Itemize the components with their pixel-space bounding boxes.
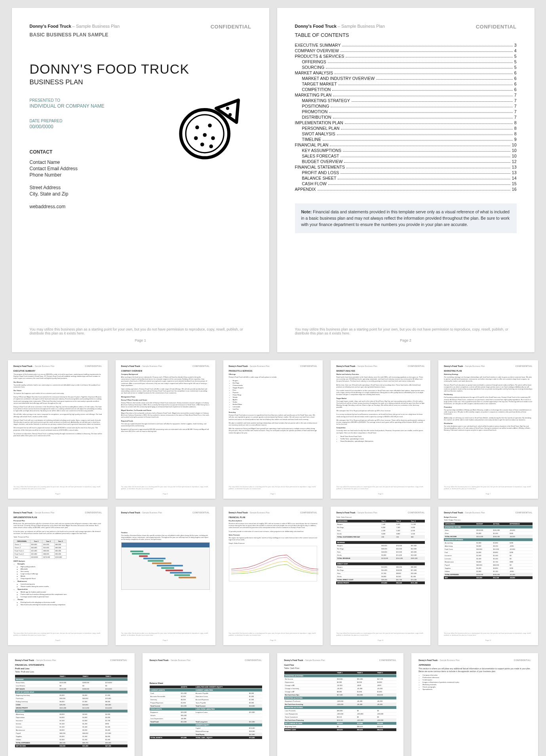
sales-forecast-table: CATEGORIESYear 1Year 2Year 3 Burgers7,50…	[336, 520, 425, 585]
toc-entry: TIMELINE9	[295, 137, 517, 142]
competition-list: Small Town Farms Food TruckTortilla Town…	[336, 435, 425, 442]
svg-point-6	[211, 136, 215, 140]
header-company: Donny's Food Truck	[30, 24, 71, 28]
header-doctype: – Sample Business Plan	[71, 24, 120, 28]
toc-entry: POSITIONING7	[295, 104, 517, 108]
page-11: Donny's Food Truck – Sample Business Pla…	[331, 507, 430, 645]
toc-entry: OFFERINGS5	[295, 59, 517, 64]
contact-line: Contact Email Address	[30, 166, 251, 171]
svg-point-9	[226, 107, 229, 110]
toc-entry: SOURCING5	[295, 65, 517, 70]
page-13: Donny's Food Truck – Sample Business Pla…	[8, 653, 135, 756]
note-label: Note:	[301, 209, 312, 214]
svg-point-8	[209, 144, 213, 148]
contact-line: City, State and Zip	[30, 191, 251, 197]
toc-entry: COMPANY OVERVIEW4	[295, 48, 517, 53]
toc-entry: SWOT ANALYSIS8	[295, 131, 517, 136]
toc-entry: KEY ASSUMPTIONS10	[295, 148, 517, 153]
svg-point-3	[208, 123, 212, 127]
toc-entry: SALES FORECAST10	[295, 154, 517, 158]
page-2: Donny's Food Truck – Sample Business Pla…	[277, 8, 535, 352]
toc-entry: CASH FLOW15	[295, 181, 517, 186]
svg-point-5	[203, 133, 207, 137]
sales-forecast-chart	[229, 546, 318, 581]
balance-sheet-table: ASSETSLIABILITIES AND OWNER'S EQUITY CUR…	[150, 686, 262, 739]
toc-entry: MARKET ANALYSIS6	[295, 70, 517, 75]
page-10: Donny's Food Truck – Sample Business Pla…	[223, 507, 323, 645]
svg-point-7	[200, 142, 204, 146]
svg-point-2	[195, 125, 199, 129]
toc-entry: BALANCE SHEET14	[295, 176, 517, 180]
page-9: Donny's Food Truck – Sample Business Pla…	[116, 507, 215, 645]
toc-entry: PRODUCTS & SERVICES5	[295, 54, 517, 59]
page-header: Donny's Food Truck – Sample Business Pla…	[30, 24, 251, 30]
toc-entry: DISTRIBUTION7	[295, 115, 517, 120]
section-heading: EXECUTIVE SUMMARY	[13, 370, 102, 372]
toc-entry: MARKETING STRATEGY7	[295, 98, 517, 103]
page-7: Donny's Food Truck – Sample Business Pla…	[438, 360, 538, 499]
doc-title2: BUSINESS PLAN	[30, 78, 251, 86]
toc-entry: PERSONNEL PLAN8	[295, 126, 517, 131]
budget-table: CATEGORIESBUDGETACTUALDIFFERENCE OPERATI…	[444, 522, 533, 579]
pizza-icon	[178, 97, 242, 160]
contact-line: webaddress.com	[30, 204, 251, 209]
cash-flow-table: YEAR 1YEAR 2YEAR 3 OPERATING ACTIVITIES …	[284, 671, 397, 731]
contact-line	[30, 198, 251, 203]
toc-entry: IMPLEMENTATION PLAN8	[295, 120, 517, 125]
toc: EXECUTIVE SUMMARY3COMPANY OVERVIEW4PRODU…	[295, 43, 517, 192]
footer-text: You may utilize this business plan as a …	[30, 327, 251, 335]
contact-line: Phone Number	[30, 172, 251, 178]
toc-entry: PROMOTION7	[295, 109, 517, 114]
personnel-table: PERSONNELYear 1Year 2Year 3Owner 1$50,00…	[13, 539, 67, 559]
page-8: Donny's Food Truck – Sample Business Pla…	[8, 507, 108, 645]
page-12: Donny's Food Truck – Sample Business Pla…	[438, 507, 538, 645]
offerings-list: BurgersHot DogsCheesesteaksVeggie Burger…	[229, 380, 318, 410]
confidential-stamp: CONFIDENTIAL	[211, 24, 251, 30]
toc-heading: TABLE OF CONTENTS	[295, 32, 517, 38]
page-15: Donny's Food Truck – Sample Business Pla…	[277, 653, 404, 756]
note-box: Note: Financial data and statements prov…	[295, 203, 517, 233]
toc-entry: COMPETITION6	[295, 87, 517, 92]
contact-line: Contact Name	[30, 160, 251, 165]
toc-entry: PROFIT AND LOSS13	[295, 170, 517, 175]
swot-list: StrengthsHigh quality productsAffordable…	[13, 563, 102, 606]
toc-entry: MARKETING PLAN7	[295, 93, 517, 97]
page-14: Donny's Food Truck – Sample Business Pla…	[143, 653, 269, 756]
toc-entry: FINANCIAL PLAN10	[295, 142, 517, 147]
toc-entry: MARKET AND INDUSTRY OVERVIEW6	[295, 76, 517, 81]
page-number: Page 1	[30, 338, 251, 342]
doc-title: DONNY'S FOOD TRUCK	[30, 61, 251, 77]
contact-line	[30, 179, 251, 184]
appendix-list: Company informationProfessional referenc…	[419, 674, 531, 690]
page-footer: You may utilize this business plan as a …	[30, 327, 251, 342]
mission-heading: Our Mission	[13, 381, 102, 383]
toc-entry: FINANCIAL STATEMENTS13	[295, 165, 517, 169]
doc-subtitle: BASIC BUSINESS PLAN SAMPLE	[30, 32, 251, 38]
toc-entry: BUDGET OVERVIEW12	[295, 159, 517, 164]
vision-heading: Our Vision	[13, 389, 102, 391]
contact-line: Street Address	[30, 185, 251, 190]
toc-entry: APPENDIX16	[295, 187, 517, 192]
page-3: Donny's Food Truck – Sample Business Pla…	[8, 360, 108, 499]
page-5: Donny's Food Truck – Sample Business Pla…	[223, 360, 323, 499]
svg-point-4	[194, 136, 198, 140]
toc-entry: TARGET MARKET6	[295, 82, 517, 86]
gantt-chart	[121, 542, 210, 590]
svg-point-10	[228, 113, 232, 116]
page-4: Donny's Food Truck – Sample Business Pla…	[116, 360, 215, 499]
page-1: Donny's Food Truck – Sample Business Pla…	[12, 8, 269, 352]
toc-entry: EXECUTIVE SUMMARY3	[295, 43, 517, 47]
page-16: Donny's Food Truck – Sample Business Pla…	[411, 653, 538, 756]
profit-loss-table: YEAR 1YEAR 2YEAR 3 REVENUE Gross Sales$1…	[15, 675, 127, 748]
note-text: Financial data and statements provided i…	[301, 209, 510, 227]
page-6: Donny's Food Truck – Sample Business Pla…	[331, 360, 430, 499]
